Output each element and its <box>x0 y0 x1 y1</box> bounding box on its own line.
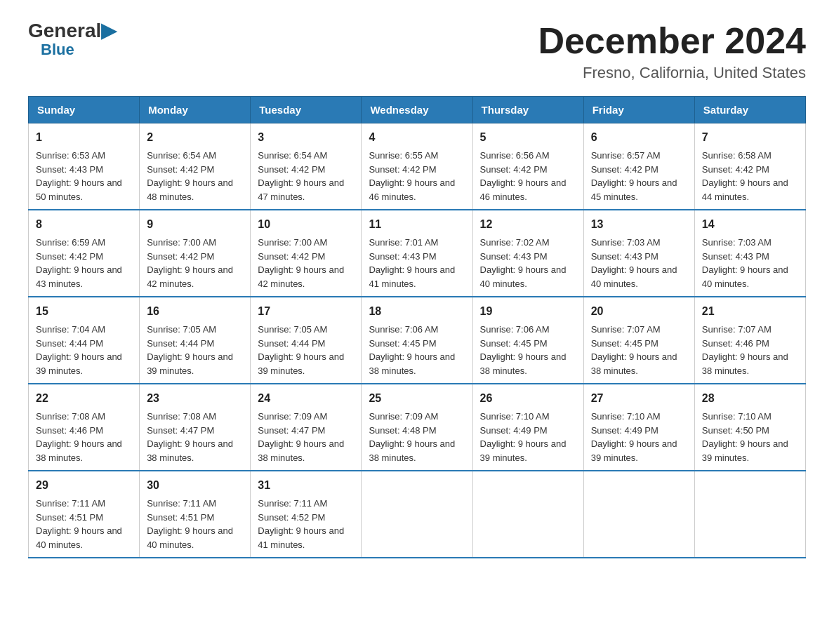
calendar-cell <box>472 471 583 558</box>
day-info: Sunrise: 7:01 AMSunset: 4:43 PMDaylight:… <box>369 236 465 290</box>
day-number: 25 <box>369 390 465 407</box>
calendar-week-1: 1 Sunrise: 6:53 AMSunset: 4:43 PMDayligh… <box>29 123 806 210</box>
logo: General▶ Blue <box>28 21 117 59</box>
day-info: Sunrise: 7:08 AMSunset: 4:46 PMDaylight:… <box>36 410 132 464</box>
day-number: 23 <box>147 390 243 407</box>
calendar-cell: 21 Sunrise: 7:07 AMSunset: 4:46 PMDaylig… <box>694 297 805 384</box>
weekday-header-wednesday: Wednesday <box>362 97 472 123</box>
weekday-header-sunday: Sunday <box>29 97 140 123</box>
calendar-cell: 8 Sunrise: 6:59 AMSunset: 4:42 PMDayligh… <box>29 210 140 297</box>
page-title: December 2024 <box>538 21 806 61</box>
day-info: Sunrise: 7:09 AMSunset: 4:47 PMDaylight:… <box>258 410 354 464</box>
day-info: Sunrise: 7:06 AMSunset: 4:45 PMDaylight:… <box>369 323 465 377</box>
calendar-week-2: 8 Sunrise: 6:59 AMSunset: 4:42 PMDayligh… <box>29 210 806 297</box>
day-number: 8 <box>36 216 132 233</box>
title-area: December 2024 Fresno, California, United… <box>538 21 806 82</box>
day-number: 12 <box>480 216 576 233</box>
day-number: 1 <box>36 129 132 146</box>
day-info: Sunrise: 7:07 AMSunset: 4:45 PMDaylight:… <box>591 323 687 377</box>
calendar-cell: 20 Sunrise: 7:07 AMSunset: 4:45 PMDaylig… <box>583 297 694 384</box>
day-number: 15 <box>36 303 132 320</box>
day-info: Sunrise: 6:59 AMSunset: 4:42 PMDaylight:… <box>36 236 132 290</box>
calendar-cell: 26 Sunrise: 7:10 AMSunset: 4:49 PMDaylig… <box>472 384 583 471</box>
calendar-table: SundayMondayTuesdayWednesdayThursdayFrid… <box>28 96 806 558</box>
day-number: 18 <box>369 303 465 320</box>
calendar-cell: 30 Sunrise: 7:11 AMSunset: 4:51 PMDaylig… <box>140 471 251 558</box>
calendar-cell: 11 Sunrise: 7:01 AMSunset: 4:43 PMDaylig… <box>362 210 472 297</box>
day-number: 31 <box>258 477 354 494</box>
weekday-header-thursday: Thursday <box>472 97 583 123</box>
day-info: Sunrise: 6:56 AMSunset: 4:42 PMDaylight:… <box>480 149 576 203</box>
day-number: 24 <box>258 390 354 407</box>
page-subtitle: Fresno, California, United States <box>538 64 806 82</box>
calendar-cell: 18 Sunrise: 7:06 AMSunset: 4:45 PMDaylig… <box>362 297 472 384</box>
calendar-cell: 28 Sunrise: 7:10 AMSunset: 4:50 PMDaylig… <box>694 384 805 471</box>
day-info: Sunrise: 6:53 AMSunset: 4:43 PMDaylight:… <box>36 149 132 203</box>
calendar-cell: 19 Sunrise: 7:06 AMSunset: 4:45 PMDaylig… <box>472 297 583 384</box>
day-number: 16 <box>147 303 243 320</box>
calendar-cell: 25 Sunrise: 7:09 AMSunset: 4:48 PMDaylig… <box>362 384 472 471</box>
day-number: 11 <box>369 216 465 233</box>
weekday-header-monday: Monday <box>140 97 251 123</box>
day-number: 20 <box>591 303 687 320</box>
day-number: 9 <box>147 216 243 233</box>
calendar-header-row: SundayMondayTuesdayWednesdayThursdayFrid… <box>29 97 806 123</box>
calendar-cell: 16 Sunrise: 7:05 AMSunset: 4:44 PMDaylig… <box>140 297 251 384</box>
calendar-cell <box>583 471 694 558</box>
day-number: 6 <box>591 129 687 146</box>
calendar-week-4: 22 Sunrise: 7:08 AMSunset: 4:46 PMDaylig… <box>29 384 806 471</box>
calendar-cell: 12 Sunrise: 7:02 AMSunset: 4:43 PMDaylig… <box>472 210 583 297</box>
day-number: 5 <box>480 129 576 146</box>
calendar-cell: 27 Sunrise: 7:10 AMSunset: 4:49 PMDaylig… <box>583 384 694 471</box>
day-number: 27 <box>591 390 687 407</box>
calendar-cell: 29 Sunrise: 7:11 AMSunset: 4:51 PMDaylig… <box>29 471 140 558</box>
calendar-cell: 23 Sunrise: 7:08 AMSunset: 4:47 PMDaylig… <box>140 384 251 471</box>
day-info: Sunrise: 7:11 AMSunset: 4:52 PMDaylight:… <box>258 497 354 551</box>
calendar-cell: 14 Sunrise: 7:03 AMSunset: 4:43 PMDaylig… <box>694 210 805 297</box>
calendar-cell: 3 Sunrise: 6:54 AMSunset: 4:42 PMDayligh… <box>251 123 362 210</box>
calendar-cell: 13 Sunrise: 7:03 AMSunset: 4:43 PMDaylig… <box>583 210 694 297</box>
day-info: Sunrise: 7:05 AMSunset: 4:44 PMDaylight:… <box>258 323 354 377</box>
day-info: Sunrise: 7:10 AMSunset: 4:49 PMDaylight:… <box>591 410 687 464</box>
page-header: General▶ Blue December 2024 Fresno, Cali… <box>28 21 806 82</box>
calendar-cell: 1 Sunrise: 6:53 AMSunset: 4:43 PMDayligh… <box>29 123 140 210</box>
calendar-cell: 5 Sunrise: 6:56 AMSunset: 4:42 PMDayligh… <box>472 123 583 210</box>
day-number: 22 <box>36 390 132 407</box>
calendar-cell: 17 Sunrise: 7:05 AMSunset: 4:44 PMDaylig… <box>251 297 362 384</box>
day-info: Sunrise: 6:54 AMSunset: 4:42 PMDaylight:… <box>147 149 243 203</box>
day-info: Sunrise: 6:54 AMSunset: 4:42 PMDaylight:… <box>258 149 354 203</box>
day-number: 10 <box>258 216 354 233</box>
day-info: Sunrise: 7:07 AMSunset: 4:46 PMDaylight:… <box>702 323 798 377</box>
day-number: 3 <box>258 129 354 146</box>
calendar-week-5: 29 Sunrise: 7:11 AMSunset: 4:51 PMDaylig… <box>29 471 806 558</box>
day-info: Sunrise: 6:57 AMSunset: 4:42 PMDaylight:… <box>591 149 687 203</box>
day-info: Sunrise: 7:10 AMSunset: 4:50 PMDaylight:… <box>702 410 798 464</box>
day-info: Sunrise: 7:00 AMSunset: 4:42 PMDaylight:… <box>147 236 243 290</box>
weekday-header-friday: Friday <box>583 97 694 123</box>
calendar-cell <box>694 471 805 558</box>
day-info: Sunrise: 7:00 AMSunset: 4:42 PMDaylight:… <box>258 236 354 290</box>
logo-blue-text: Blue <box>41 41 74 59</box>
day-info: Sunrise: 7:09 AMSunset: 4:48 PMDaylight:… <box>369 410 465 464</box>
calendar-cell: 4 Sunrise: 6:55 AMSunset: 4:42 PMDayligh… <box>362 123 472 210</box>
day-number: 4 <box>369 129 465 146</box>
calendar-cell: 31 Sunrise: 7:11 AMSunset: 4:52 PMDaylig… <box>251 471 362 558</box>
day-info: Sunrise: 7:10 AMSunset: 4:49 PMDaylight:… <box>480 410 576 464</box>
day-info: Sunrise: 7:11 AMSunset: 4:51 PMDaylight:… <box>147 497 243 551</box>
weekday-header-saturday: Saturday <box>694 97 805 123</box>
weekday-header-tuesday: Tuesday <box>251 97 362 123</box>
day-number: 26 <box>480 390 576 407</box>
day-number: 14 <box>702 216 798 233</box>
day-number: 28 <box>702 390 798 407</box>
calendar-cell: 15 Sunrise: 7:04 AMSunset: 4:44 PMDaylig… <box>29 297 140 384</box>
day-number: 17 <box>258 303 354 320</box>
day-number: 29 <box>36 477 132 494</box>
calendar-cell: 6 Sunrise: 6:57 AMSunset: 4:42 PMDayligh… <box>583 123 694 210</box>
calendar-cell: 10 Sunrise: 7:00 AMSunset: 4:42 PMDaylig… <box>251 210 362 297</box>
calendar-cell: 7 Sunrise: 6:58 AMSunset: 4:42 PMDayligh… <box>694 123 805 210</box>
day-number: 21 <box>702 303 798 320</box>
day-number: 7 <box>702 129 798 146</box>
day-number: 13 <box>591 216 687 233</box>
day-info: Sunrise: 7:06 AMSunset: 4:45 PMDaylight:… <box>480 323 576 377</box>
day-info: Sunrise: 7:08 AMSunset: 4:47 PMDaylight:… <box>147 410 243 464</box>
